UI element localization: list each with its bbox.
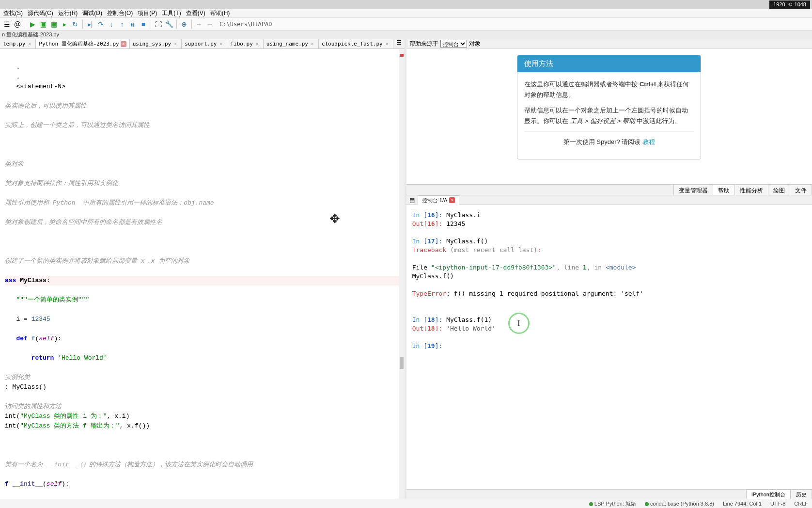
python-path-icon[interactable]: ⊕: [179, 19, 189, 29]
forward-icon[interactable]: →: [205, 19, 215, 29]
tab-main[interactable]: Python 量化编程基础-2023.py×: [36, 39, 129, 48]
tab-temp[interactable]: temp.py×: [0, 39, 36, 48]
breadcrumb-file: n 量化编程基础-2023.py: [2, 31, 59, 38]
tab-cloudpickle[interactable]: cloudpickle_fast.py×: [319, 39, 393, 48]
editor-panel: temp.py× Python 量化编程基础-2023.py× using_sy…: [0, 39, 406, 499]
right-panel: 帮助来源于 控制台 对象 使用方法 在这里你可以通过在编辑器或者终端中按 Ctr…: [406, 39, 812, 499]
title-strip: 1920 ⟲ 1048: [0, 0, 812, 9]
menu-view[interactable]: 查看(V): [184, 8, 208, 18]
rerun-icon[interactable]: ↻: [70, 19, 80, 29]
close-icon[interactable]: ×: [449, 197, 455, 203]
menubar[interactable]: 查找(S) 源代码(C) 运行(R) 调试(D) 控制台(O) 项目(P) 工具…: [0, 9, 812, 18]
menu-tools[interactable]: 工具(T): [159, 8, 183, 18]
tab-profiler[interactable]: 性能分析: [734, 185, 768, 195]
res-h: 1048: [795, 1, 806, 7]
menu-source[interactable]: 源代码(C): [25, 8, 56, 18]
console-tab-1a[interactable]: 控制台 1/A ×: [418, 195, 460, 205]
menu-debug[interactable]: 调试(D): [80, 8, 105, 18]
close-icon[interactable]: ×: [27, 41, 32, 47]
resolution-badge: 1920 ⟲ 1048: [769, 0, 810, 9]
help-toolbar: 帮助来源于 控制台 对象: [406, 39, 812, 49]
help-source-label: 帮助来源于: [409, 40, 438, 48]
menu-run[interactable]: 运行(R): [56, 8, 80, 18]
help-footer: 第一次使用 Spyder? 请阅读 教程: [524, 131, 694, 152]
tab-plots[interactable]: 绘图: [768, 185, 790, 195]
debug-step-out-icon[interactable]: ↑: [117, 19, 127, 29]
help-p2: 帮助信息可以在一个对象之后加上一个左圆括号的时候自动显示。你可以在 工具 > 偏…: [524, 105, 694, 127]
menu-find[interactable]: 查找(S): [1, 8, 25, 18]
console-menu-icon[interactable]: ▤: [406, 197, 418, 204]
link-icon: ⟲: [788, 1, 792, 8]
status-eol: CRLF: [794, 501, 808, 507]
close-icon[interactable]: ×: [121, 41, 126, 47]
debug-step-icon[interactable]: ▸|: [85, 19, 95, 29]
statusbar: LSP Python: 就绪 conda: base (Python 3.8.8…: [0, 499, 812, 508]
tab-using-sys[interactable]: using_sys.py×: [130, 39, 182, 48]
tab-fibo[interactable]: fibo.py×: [227, 39, 263, 48]
tab-history[interactable]: 历史: [791, 490, 812, 499]
console-tabs: ▤ 控制台 1/A ×: [406, 195, 812, 205]
menu-list-icon[interactable]: ☰: [2, 19, 12, 29]
code-editor[interactable]: . . <statement-N> 类实例化后，可以使用其属性 实际上，创建一个…: [0, 49, 405, 499]
tab-files[interactable]: 文件: [790, 185, 812, 195]
close-icon[interactable]: ×: [254, 41, 260, 47]
editor-scrollbar[interactable]: [399, 49, 405, 499]
tab-help[interactable]: 帮助: [713, 185, 735, 195]
editor-tabs: temp.py× Python 量化编程基础-2023.py× using_sy…: [0, 39, 405, 49]
help-p1: 在这里你可以通过在编辑器或者终端中按 Ctrl+I 来获得任何对象的帮助信息。: [524, 79, 694, 100]
console-bottom-tabs: IPython控制台 历史: [406, 489, 812, 499]
tab-support[interactable]: support.py×: [182, 39, 227, 48]
working-dir[interactable]: C:\Users\HIAPAD: [219, 21, 272, 28]
status-conda: conda: base (Python 3.8.8): [645, 501, 714, 507]
status-lsp: LSP Python: 就绪: [589, 500, 636, 508]
side-tabs: 变量管理器 帮助 性能分析 绘图 文件: [406, 185, 812, 195]
debug-stop-icon[interactable]: ■: [139, 19, 148, 29]
help-card-title: 使用方法: [517, 55, 701, 72]
run-cell-advance-icon[interactable]: ▣: [49, 19, 59, 29]
ipython-console[interactable]: In [16]: MyClass.i Out[16]: 12345 In [17…: [406, 205, 812, 489]
maximize-icon[interactable]: ⛶: [154, 19, 163, 29]
tab-using-name[interactable]: using_name.py×: [264, 39, 319, 48]
help-object-label: 对象: [469, 40, 481, 48]
menu-help[interactable]: 帮助(H): [208, 8, 233, 18]
run-icon[interactable]: ▶: [28, 19, 37, 29]
run-selection-icon[interactable]: ▸: [60, 19, 69, 29]
close-icon[interactable]: ×: [218, 41, 224, 47]
close-icon[interactable]: ×: [384, 41, 390, 47]
close-icon[interactable]: ×: [310, 41, 315, 47]
help-pane: 使用方法 在这里你可以通过在编辑器或者终端中按 Ctrl+I 来获得任何对象的帮…: [406, 49, 812, 185]
at-icon[interactable]: @: [13, 19, 22, 29]
status-position: Line 7944, Col 1: [723, 501, 762, 507]
res-w: 1920: [773, 1, 785, 7]
menu-console[interactable]: 控制台(O): [105, 8, 135, 18]
toolbar: ☰ @ ▶ ▣ ▣ ▸ ↻ ▸| ↷ ↓ ↑ ⏯ ■ ⛶ 🔧 ⊕ ← → C:\…: [0, 18, 812, 31]
debug-step-over-icon[interactable]: ↷: [96, 19, 106, 29]
status-encoding: UTF-8: [770, 501, 785, 507]
back-icon[interactable]: ←: [194, 19, 204, 29]
debug-step-into-icon[interactable]: ↓: [107, 19, 116, 29]
console-pane: ▤ 控制台 1/A × In [16]: MyClass.i Out[16]: …: [406, 195, 812, 499]
help-card: 使用方法 在这里你可以通过在编辑器或者终端中按 Ctrl+I 来获得任何对象的帮…: [517, 55, 701, 159]
tab-variable-explorer[interactable]: 变量管理器: [673, 185, 713, 195]
tutorial-link[interactable]: 教程: [642, 138, 655, 145]
breadcrumb: n 量化编程基础-2023.py: [0, 31, 812, 39]
debug-continue-icon[interactable]: ⏯: [128, 19, 138, 29]
run-cell-icon[interactable]: ▣: [38, 19, 48, 29]
close-icon[interactable]: ×: [172, 41, 178, 47]
tabs-menu-icon[interactable]: ☰: [393, 39, 405, 48]
menu-project[interactable]: 项目(P): [135, 8, 159, 18]
help-source-select[interactable]: 控制台: [440, 40, 467, 48]
settings-icon[interactable]: 🔧: [164, 19, 174, 29]
tab-ipython-console[interactable]: IPython控制台: [746, 490, 791, 499]
